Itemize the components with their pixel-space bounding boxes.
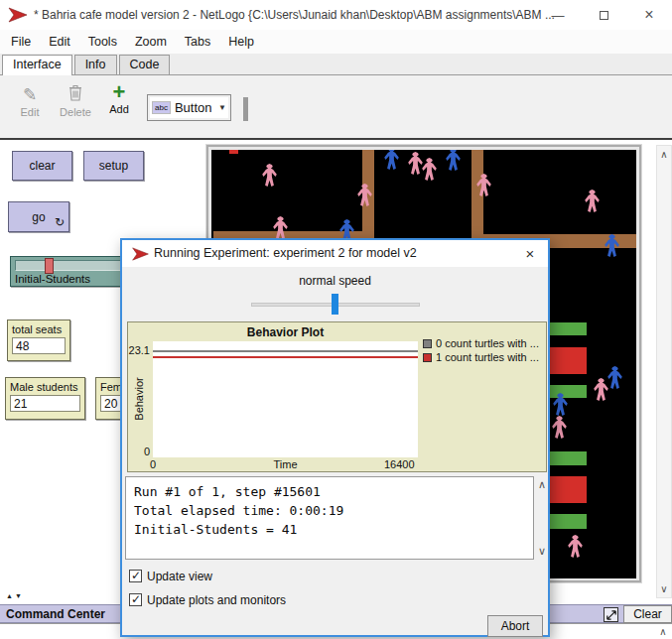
netlogo-app-icon (8, 7, 28, 23)
person-turtle-blue (383, 150, 400, 170)
person-turtle-pink (407, 152, 424, 175)
x-axis-label: Time (153, 458, 418, 470)
menu-tools[interactable]: Tools (79, 32, 126, 52)
toolbar-separator (243, 97, 248, 121)
plot-line-red (153, 356, 418, 358)
menu-tabs[interactable]: Tabs (176, 32, 219, 52)
menu-help[interactable]: Help (219, 32, 263, 52)
delete-label: Delete (60, 106, 91, 118)
legend-entry: 1 count turtles with ... (423, 351, 539, 363)
widget-type-value: Button (175, 100, 218, 115)
menu-zoom[interactable]: Zoom (126, 32, 176, 52)
monitor-total-seats: total seats 48 (7, 320, 70, 361)
y-axis-max: 23.1 (128, 344, 150, 356)
command-center-clear-button[interactable]: Clear (623, 605, 672, 623)
y-axis-min: 0 (128, 446, 150, 457)
window-titlebar: * Bahria cafe model version 2 - NetLogo … (0, 0, 672, 30)
seat-red (229, 150, 238, 154)
y-axis-label: Behavior (133, 377, 145, 420)
person-turtle-pink (421, 158, 438, 181)
delete-widget-button[interactable]: Delete (55, 84, 96, 118)
x-axis-max: 16400 (384, 458, 444, 470)
setup-button[interactable]: setup (83, 151, 144, 181)
person-turtle-pink (261, 164, 278, 187)
go-button[interactable]: go ↻ (8, 201, 69, 232)
console-line: Initial-Students = 41 (134, 520, 525, 539)
clear-button[interactable]: clear (12, 151, 72, 181)
console-line: Run #1 of 1, step #15601 (134, 482, 525, 501)
monitor-value: 48 (12, 337, 66, 354)
dialog-speed-slider-thumb[interactable] (332, 294, 338, 315)
update-view-checkbox[interactable]: Update view (129, 567, 212, 584)
legend-swatch-gray (423, 339, 432, 348)
menu-bar: File Edit Tools Zoom Tabs Help (0, 30, 672, 54)
slider-handle[interactable] (45, 258, 54, 274)
minimize-button[interactable]: — (535, 0, 581, 30)
forever-icon: ↻ (55, 216, 65, 228)
experiment-console[interactable]: Run #1 of 1, step #15601 Total elapsed t… (125, 476, 534, 560)
monitor-male-students: Male students 21 (5, 377, 85, 420)
slider-label: Initial-Students (15, 273, 90, 285)
update-view-checkbox-box[interactable] (129, 570, 142, 582)
scroll-down-icon[interactable]: ∨ (657, 583, 671, 594)
dialog-close-button[interactable]: × (512, 240, 548, 267)
add-widget-button[interactable]: + Add (103, 81, 135, 115)
legend-label: 1 count turtles with ... (436, 351, 539, 363)
scroll-down-icon[interactable]: ∨ (538, 545, 546, 558)
behavior-plot: Behavior Plot 23.1 0 Behavior 0 Time 164… (127, 321, 547, 472)
maximize-button[interactable] (581, 0, 626, 30)
update-plots-checkbox[interactable]: Update plots and monitors (129, 590, 286, 608)
update-plots-checkbox-box[interactable] (129, 593, 142, 606)
monitor-label: total seats (8, 320, 69, 336)
scroll-up-icon[interactable]: ∧ (657, 149, 671, 160)
abc-badge-icon: abc (152, 101, 171, 114)
legend-swatch-red (423, 353, 432, 362)
trash-icon (55, 84, 96, 106)
legend-label: 0 count turtles with ... (436, 337, 539, 349)
person-turtle-blue (606, 366, 623, 389)
menu-file[interactable]: File (2, 32, 40, 52)
person-turtle-pink (584, 190, 601, 212)
close-button[interactable]: × (626, 0, 672, 30)
plot-area (153, 341, 418, 457)
interface-toolbar: ✎ Edit Delete + Add abc Button ▼ normal … (0, 75, 672, 140)
dialog-speed-label: normal speed (122, 274, 548, 288)
command-center-splitter[interactable]: ▲▼ (6, 592, 24, 599)
update-plots-label: Update plots and monitors (147, 593, 286, 607)
edit-widget-button[interactable]: ✎ Edit (12, 84, 48, 118)
scroll-up-icon[interactable]: ∧ (656, 626, 670, 637)
vertical-scrollbar[interactable]: ∧ ∨ (656, 145, 672, 598)
netlogo-dialog-icon (131, 247, 150, 261)
menu-edit[interactable]: Edit (40, 32, 79, 52)
expand-icon[interactable] (604, 607, 618, 622)
widget-type-dropdown[interactable]: abc Button ▼ (147, 94, 231, 121)
dropdown-arrow-icon: ▼ (218, 103, 226, 112)
running-experiment-dialog: Running Experiment: experiment 2 for mod… (120, 238, 550, 637)
scroll-up-icon[interactable]: ∧ (538, 478, 546, 491)
wall (471, 150, 483, 248)
plot-line-gray (153, 350, 418, 352)
console-line: Total elapsed time: 0:00:19 (134, 501, 525, 520)
pencil-icon: ✎ (12, 84, 48, 106)
tab-info[interactable]: Info (74, 55, 117, 74)
tab-strip: Interface Info Code (0, 54, 672, 75)
add-label: Add (109, 103, 129, 115)
monitor-value: 21 (10, 395, 80, 412)
command-center-title: Command Center (6, 607, 105, 621)
tab-code[interactable]: Code (119, 55, 171, 74)
tab-interface[interactable]: Interface (2, 55, 72, 75)
person-turtle-pink (567, 535, 584, 558)
maximize-icon (600, 11, 608, 20)
plot-title: Behavior Plot (153, 325, 418, 339)
go-label: go (32, 210, 45, 224)
person-turtle-blue (445, 150, 462, 171)
monitor-label: Male students (6, 378, 84, 394)
edit-label: Edit (21, 106, 40, 118)
plus-icon: + (103, 81, 135, 103)
person-turtle-pink (551, 416, 568, 439)
abort-button[interactable]: Abort (487, 615, 543, 637)
window-title: * Bahria cafe model version 2 - NetLogo … (34, 0, 555, 30)
dialog-title: Running Experiment: experiment 2 for mod… (154, 240, 417, 267)
legend-entry: 0 count turtles with ... (423, 337, 539, 349)
dialog-titlebar[interactable]: Running Experiment: experiment 2 for mod… (122, 240, 548, 267)
